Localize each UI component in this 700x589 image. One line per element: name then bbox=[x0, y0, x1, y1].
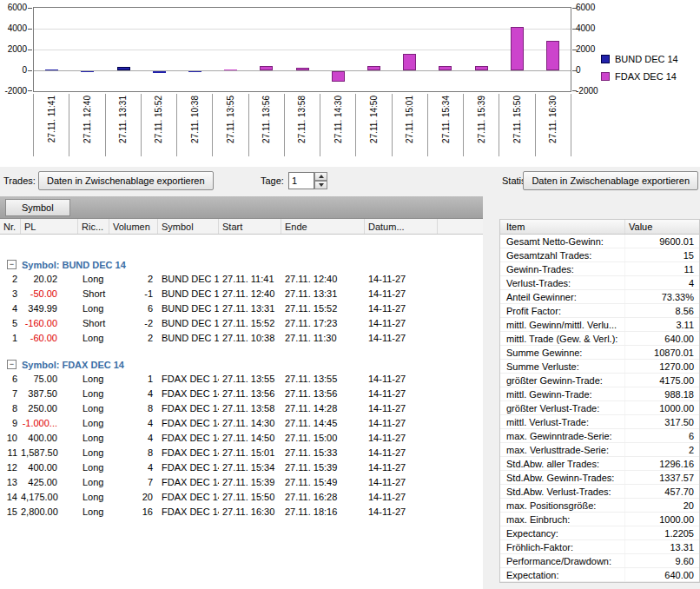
table-cell: 27.11. 15:34 bbox=[219, 460, 281, 475]
stats-item-label: Performance/Drawdown: bbox=[500, 554, 624, 567]
stats-item-value: 3.11 bbox=[624, 318, 699, 331]
stats-item-label: Anteil Gewinner: bbox=[500, 290, 624, 303]
table-cell: Long bbox=[78, 331, 109, 346]
x-axis-cell: 27.11. 15:52 bbox=[142, 94, 177, 156]
y-axis-tick-label: 4000 bbox=[576, 24, 595, 33]
stats-item-label: Fröhlich-Faktor: bbox=[500, 540, 624, 553]
statistik-export-button[interactable]: Daten in Zwischenablage exportieren bbox=[523, 171, 698, 190]
table-cell: 27.11. 14:45 bbox=[281, 416, 365, 431]
table-cell: FDAX DEC 14 bbox=[158, 460, 219, 475]
table-cell: 27.11. 15:50 bbox=[219, 490, 281, 505]
group-label: Symbol: FDAX DEC 14 bbox=[22, 360, 124, 370]
table-cell: 4 bbox=[109, 460, 158, 475]
x-axis-label: 27.11. 16:30 bbox=[548, 96, 558, 143]
group-header[interactable]: −Symbol: FDAX DEC 14 bbox=[0, 357, 483, 372]
table-cell: 75.00 bbox=[21, 372, 78, 387]
table-cell: 14-11-27 bbox=[365, 287, 438, 301]
chart-x-axis: 27.11. 11:4127.11. 12:4027.11. 13:3127.1… bbox=[33, 94, 571, 156]
stats-column-header-value[interactable]: Value bbox=[624, 220, 699, 234]
stats-item-label: Verlust-Trades: bbox=[500, 276, 624, 289]
table-cell: -1 bbox=[109, 287, 158, 301]
table-cell: 27.11. 12:40 bbox=[281, 272, 365, 287]
table-cell: 250.00 bbox=[21, 401, 78, 416]
table-row[interactable]: 8250.00Long8FDAX DEC 1427.11. 13:5827.11… bbox=[0, 401, 483, 416]
collapse-icon[interactable]: − bbox=[7, 260, 17, 269]
tage-input[interactable] bbox=[288, 172, 314, 189]
table-cell: Long bbox=[78, 372, 109, 387]
table-row[interactable]: 13425.00Long7FDAX DEC 1427.11. 15:3927.1… bbox=[0, 475, 483, 490]
axis-tick bbox=[28, 90, 32, 91]
table-cell: Long bbox=[78, 301, 109, 316]
stats-item-value: 9.60 bbox=[624, 554, 699, 567]
table-cell: 27.11. 13:55 bbox=[219, 372, 281, 387]
column-header[interactable]: Ric... bbox=[78, 219, 109, 234]
stats-item-label: Expectancy: bbox=[500, 526, 624, 539]
table-row[interactable]: 144,175.00Long20FDAX DEC 1427.11. 15:502… bbox=[0, 490, 483, 505]
spinner-down-button[interactable] bbox=[314, 181, 327, 189]
table-cell: 4 bbox=[109, 416, 158, 431]
stats-row: Gesamt Netto-Gewinn:9600.01 bbox=[500, 235, 699, 248]
spinner-up-button[interactable] bbox=[314, 172, 327, 181]
table-cell: FDAX DEC 14 bbox=[158, 372, 219, 387]
table-cell: 27.11. 15:52 bbox=[219, 316, 281, 331]
column-header[interactable]: Volumen bbox=[109, 219, 158, 234]
column-header[interactable]: Datum... bbox=[365, 219, 438, 234]
gridline bbox=[34, 29, 571, 30]
stats-item-value: 1270.00 bbox=[624, 360, 699, 373]
group-by-symbol-button[interactable]: Symbol bbox=[5, 199, 70, 216]
table-row[interactable]: 5-160.00Short-2BUND DEC 1427.11. 15:5227… bbox=[0, 316, 483, 331]
table-cell: 14-11-27 bbox=[365, 301, 438, 316]
column-header[interactable]: Ende bbox=[281, 219, 365, 234]
trade-group: −Symbol: BUND DEC 14220.02Long2BUND DEC … bbox=[0, 257, 483, 346]
table-cell: 14-11-27 bbox=[365, 272, 438, 287]
stats-column-header-item[interactable]: Item bbox=[500, 220, 624, 234]
table-row[interactable]: 12400.00Long4FDAX DEC 1427.11. 15:3427.1… bbox=[0, 460, 483, 475]
stats-item-value: 457.70 bbox=[624, 485, 699, 498]
column-header[interactable]: PL bbox=[21, 219, 78, 234]
collapse-icon[interactable]: − bbox=[7, 360, 17, 369]
chart-bar bbox=[81, 71, 94, 72]
table-cell: 27.11. 15:52 bbox=[281, 301, 365, 316]
table-row[interactable]: 9-1.000...Long4FDAX DEC 1427.11. 14:3027… bbox=[0, 416, 483, 431]
table-cell: Long bbox=[78, 272, 109, 287]
table-cell: 14-11-27 bbox=[365, 387, 438, 401]
stats-item-value: 9600.01 bbox=[624, 235, 699, 248]
gridline bbox=[34, 70, 571, 71]
table-cell: 27.11. 12:40 bbox=[219, 287, 281, 301]
table-row[interactable]: 4349.99Long6BUND DEC 1427.11. 13:3127.11… bbox=[0, 301, 483, 316]
stats-item-value: 2 bbox=[624, 443, 699, 456]
stats-item-label: mittl. Trade (Gew. & Verl.): bbox=[500, 332, 624, 345]
chart-panel: 6000400020000-2000 6000400020000-2000 27… bbox=[0, 0, 700, 167]
table-cell: Short bbox=[78, 316, 109, 331]
column-header[interactable]: Start bbox=[219, 219, 281, 234]
table-cell: 1,587.50 bbox=[21, 446, 78, 460]
table-row[interactable]: 3-50.00Short-1BUND DEC 1427.11. 12:4027.… bbox=[0, 287, 483, 301]
table-cell: 2 bbox=[0, 272, 21, 287]
stats-item-label: Gewinn-Trades: bbox=[500, 262, 624, 275]
x-axis-cell: 27.11. 15:50 bbox=[499, 94, 535, 156]
table-row[interactable]: 10400.00Long4FDAX DEC 1427.11. 14:5027.1… bbox=[0, 431, 483, 446]
group-header[interactable]: −Symbol: BUND DEC 14 bbox=[0, 257, 483, 272]
chart-plot bbox=[33, 7, 571, 92]
table-row[interactable]: 1-60.00Long2BUND DEC 1427.11. 10:3827.11… bbox=[0, 331, 483, 346]
table-row[interactable]: 675.00Long1FDAX DEC 1427.11. 13:5527.11.… bbox=[0, 372, 483, 387]
table-row[interactable]: 111,587.50Long8FDAX DEC 1427.11. 15:0127… bbox=[0, 446, 483, 460]
trades-table-body: −Symbol: BUND DEC 14220.02Long2BUND DEC … bbox=[0, 257, 483, 520]
table-cell-filler bbox=[438, 301, 483, 316]
column-header[interactable]: Symbol bbox=[158, 219, 219, 234]
table-row[interactable]: 152,800.00Long16FDAX DEC 1427.11. 16:302… bbox=[0, 505, 483, 520]
stats-row: mittl. Verlust-Trade:317.50 bbox=[500, 415, 699, 429]
table-cell: 14 bbox=[0, 490, 21, 505]
table-cell: BUND DEC 14 bbox=[158, 287, 219, 301]
table-cell: 27.11. 16:28 bbox=[281, 490, 365, 505]
table-row[interactable]: 7387.50Long4FDAX DEC 1427.11. 13:5627.11… bbox=[0, 387, 483, 401]
chart-bar bbox=[224, 69, 237, 70]
x-axis-label: 27.11. 11:41 bbox=[47, 96, 56, 142]
stats-item-label: max. Gewinntrade-Serie: bbox=[500, 429, 624, 442]
chart-bar bbox=[260, 66, 273, 70]
table-cell: FDAX DEC 14 bbox=[158, 401, 219, 416]
trades-export-button[interactable]: Daten in Zwischenablage exportieren bbox=[38, 171, 214, 190]
table-row[interactable]: 220.02Long2BUND DEC 1427.11. 11:4127.11.… bbox=[0, 272, 483, 287]
stats-table: Item Value Gesamt Netto-Gewinn:9600.01Ge… bbox=[499, 219, 700, 583]
column-header[interactable]: Nr. bbox=[0, 219, 21, 234]
